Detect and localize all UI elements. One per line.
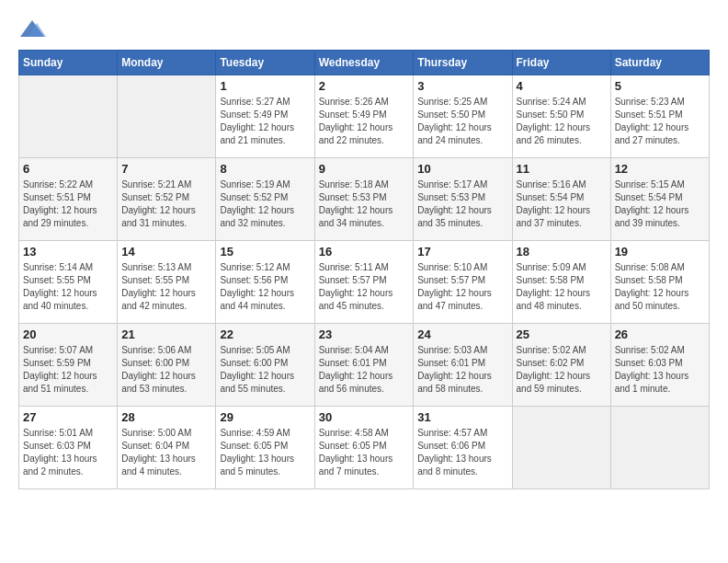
day-number: 12 [615, 162, 705, 176]
calendar-cell [512, 407, 610, 489]
day-number: 13 [23, 245, 113, 259]
column-header-thursday: Thursday [414, 51, 512, 75]
day-info: Sunrise: 5:10 AMSunset: 5:57 PMDaylight:… [417, 261, 507, 313]
day-number: 2 [319, 79, 410, 93]
day-number: 31 [417, 410, 507, 424]
day-number: 16 [319, 245, 410, 259]
day-info: Sunrise: 5:25 AMSunset: 5:50 PMDaylight:… [417, 96, 507, 147]
calendar-cell: 20Sunrise: 5:07 AMSunset: 5:59 PMDayligh… [19, 324, 118, 407]
day-info: Sunrise: 5:08 AMSunset: 5:58 PMDaylight:… [615, 261, 705, 313]
calendar-cell: 18Sunrise: 5:09 AMSunset: 5:58 PMDayligh… [512, 241, 610, 324]
calendar-cell: 22Sunrise: 5:05 AMSunset: 6:00 PMDayligh… [216, 324, 314, 407]
day-info: Sunrise: 5:11 AMSunset: 5:57 PMDaylight:… [319, 261, 410, 313]
calendar-cell: 13Sunrise: 5:14 AMSunset: 5:55 PMDayligh… [19, 241, 118, 324]
logo-icon [18, 18, 46, 40]
calendar-cell [19, 75, 118, 158]
calendar-cell: 27Sunrise: 5:01 AMSunset: 6:03 PMDayligh… [19, 407, 118, 489]
calendar-cell: 1Sunrise: 5:27 AMSunset: 5:49 PMDaylight… [216, 75, 314, 158]
day-info: Sunrise: 4:58 AMSunset: 6:05 PMDaylight:… [319, 427, 410, 478]
day-number: 6 [23, 162, 113, 176]
day-number: 18 [517, 245, 607, 259]
day-number: 3 [417, 79, 507, 93]
day-info: Sunrise: 4:57 AMSunset: 6:06 PMDaylight:… [417, 427, 507, 478]
day-number: 20 [23, 327, 113, 341]
day-number: 22 [220, 327, 310, 341]
calendar-cell: 24Sunrise: 5:03 AMSunset: 6:01 PMDayligh… [414, 324, 512, 407]
day-info: Sunrise: 5:04 AMSunset: 6:01 PMDaylight:… [319, 344, 410, 396]
day-info: Sunrise: 5:05 AMSunset: 6:00 PMDaylight:… [220, 344, 310, 396]
calendar-cell: 4Sunrise: 5:24 AMSunset: 5:50 PMDaylight… [512, 75, 610, 158]
calendar-cell [118, 75, 216, 158]
day-info: Sunrise: 5:13 AMSunset: 5:55 PMDaylight:… [121, 261, 211, 313]
day-info: Sunrise: 5:09 AMSunset: 5:58 PMDaylight:… [517, 261, 607, 313]
column-header-friday: Friday [512, 51, 610, 75]
calendar-cell: 7Sunrise: 5:21 AMSunset: 5:52 PMDaylight… [118, 158, 216, 241]
calendar-body: 1Sunrise: 5:27 AMSunset: 5:49 PMDaylight… [19, 75, 710, 489]
day-number: 4 [517, 79, 607, 93]
day-info: Sunrise: 5:18 AMSunset: 5:53 PMDaylight:… [319, 178, 410, 230]
day-number: 30 [319, 410, 410, 424]
day-number: 17 [417, 245, 507, 259]
calendar-cell: 29Sunrise: 4:59 AMSunset: 6:05 PMDayligh… [216, 407, 314, 489]
logo [18, 18, 50, 40]
calendar-cell: 15Sunrise: 5:12 AMSunset: 5:56 PMDayligh… [216, 241, 314, 324]
day-number: 5 [615, 79, 705, 93]
day-info: Sunrise: 5:26 AMSunset: 5:49 PMDaylight:… [319, 96, 410, 147]
calendar-cell: 31Sunrise: 4:57 AMSunset: 6:06 PMDayligh… [414, 407, 512, 489]
day-number: 19 [615, 245, 705, 259]
calendar-cell: 2Sunrise: 5:26 AMSunset: 5:49 PMDaylight… [314, 75, 414, 158]
day-number: 14 [121, 245, 211, 259]
calendar-cell: 16Sunrise: 5:11 AMSunset: 5:57 PMDayligh… [314, 241, 414, 324]
day-number: 25 [517, 327, 607, 341]
calendar-cell: 3Sunrise: 5:25 AMSunset: 5:50 PMDaylight… [414, 75, 512, 158]
calendar-cell: 25Sunrise: 5:02 AMSunset: 6:02 PMDayligh… [512, 324, 610, 407]
calendar-cell: 23Sunrise: 5:04 AMSunset: 6:01 PMDayligh… [314, 324, 414, 407]
column-header-saturday: Saturday [610, 51, 709, 75]
calendar-cell: 8Sunrise: 5:19 AMSunset: 5:52 PMDaylight… [216, 158, 314, 241]
day-info: Sunrise: 5:07 AMSunset: 5:59 PMDaylight:… [23, 344, 113, 396]
calendar-cell: 10Sunrise: 5:17 AMSunset: 5:53 PMDayligh… [414, 158, 512, 241]
calendar-cell: 5Sunrise: 5:23 AMSunset: 5:51 PMDaylight… [610, 75, 709, 158]
calendar-cell [610, 407, 709, 489]
calendar-cell: 14Sunrise: 5:13 AMSunset: 5:55 PMDayligh… [118, 241, 216, 324]
calendar-cell: 21Sunrise: 5:06 AMSunset: 6:00 PMDayligh… [118, 324, 216, 407]
calendar-header-row: SundayMondayTuesdayWednesdayThursdayFrid… [19, 51, 710, 75]
day-number: 21 [121, 327, 211, 341]
day-info: Sunrise: 5:03 AMSunset: 6:01 PMDaylight:… [417, 344, 507, 396]
day-number: 8 [220, 162, 310, 176]
day-info: Sunrise: 5:19 AMSunset: 5:52 PMDaylight:… [220, 178, 310, 230]
day-info: Sunrise: 5:27 AMSunset: 5:49 PMDaylight:… [220, 96, 310, 147]
day-number: 28 [121, 410, 211, 424]
day-number: 24 [417, 327, 507, 341]
day-info: Sunrise: 5:17 AMSunset: 5:53 PMDaylight:… [417, 178, 507, 230]
calendar-cell: 9Sunrise: 5:18 AMSunset: 5:53 PMDaylight… [314, 158, 414, 241]
day-info: Sunrise: 5:24 AMSunset: 5:50 PMDaylight:… [517, 96, 607, 147]
day-number: 11 [517, 162, 607, 176]
column-header-tuesday: Tuesday [216, 51, 314, 75]
day-number: 1 [220, 79, 310, 93]
day-number: 29 [220, 410, 310, 424]
day-info: Sunrise: 5:16 AMSunset: 5:54 PMDaylight:… [517, 178, 607, 230]
calendar-cell: 28Sunrise: 5:00 AMSunset: 6:04 PMDayligh… [118, 407, 216, 489]
calendar-cell: 17Sunrise: 5:10 AMSunset: 5:57 PMDayligh… [414, 241, 512, 324]
day-info: Sunrise: 5:14 AMSunset: 5:55 PMDaylight:… [23, 261, 113, 313]
calendar-cell: 6Sunrise: 5:22 AMSunset: 5:51 PMDaylight… [19, 158, 118, 241]
day-info: Sunrise: 5:22 AMSunset: 5:51 PMDaylight:… [23, 178, 113, 230]
day-number: 27 [23, 410, 113, 424]
calendar-cell: 19Sunrise: 5:08 AMSunset: 5:58 PMDayligh… [610, 241, 709, 324]
day-info: Sunrise: 5:01 AMSunset: 6:03 PMDaylight:… [23, 427, 113, 478]
column-header-wednesday: Wednesday [314, 51, 414, 75]
day-number: 7 [121, 162, 211, 176]
calendar-table: SundayMondayTuesdayWednesdayThursdayFrid… [18, 50, 710, 489]
day-number: 10 [417, 162, 507, 176]
calendar-week-4: 20Sunrise: 5:07 AMSunset: 5:59 PMDayligh… [19, 324, 710, 407]
calendar-week-2: 6Sunrise: 5:22 AMSunset: 5:51 PMDaylight… [19, 158, 710, 241]
day-number: 26 [615, 327, 705, 341]
day-info: Sunrise: 5:23 AMSunset: 5:51 PMDaylight:… [615, 96, 705, 147]
day-info: Sunrise: 5:15 AMSunset: 5:54 PMDaylight:… [615, 178, 705, 230]
day-info: Sunrise: 5:12 AMSunset: 5:56 PMDaylight:… [220, 261, 310, 313]
day-info: Sunrise: 5:00 AMSunset: 6:04 PMDaylight:… [121, 427, 211, 478]
column-header-monday: Monday [118, 51, 216, 75]
day-info: Sunrise: 5:02 AMSunset: 6:03 PMDaylight:… [615, 344, 705, 396]
calendar-cell: 12Sunrise: 5:15 AMSunset: 5:54 PMDayligh… [610, 158, 709, 241]
